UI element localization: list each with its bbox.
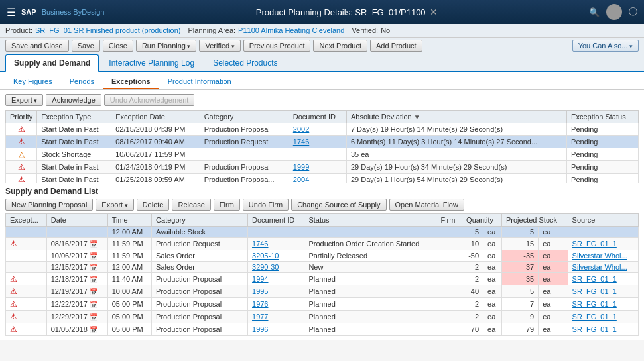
- col-sd-docid: Document ID: [248, 214, 304, 227]
- table-row: Pending: [567, 136, 639, 148]
- table-row: ea: [539, 323, 568, 336]
- hamburger-icon[interactable]: ☰: [7, 6, 16, 19]
- close-button[interactable]: Close: [103, 40, 133, 52]
- planning-area-link[interactable]: P1100 Almika Heating Cleveland: [238, 26, 344, 34]
- source-link[interactable]: SR_FG_01_1: [572, 275, 617, 283]
- new-planning-proposal-button[interactable]: New Planning Proposal: [5, 199, 93, 211]
- doc-link[interactable]: 3205-10: [252, 252, 279, 260]
- search-icon[interactable]: 🔍: [589, 7, 600, 17]
- doc-link[interactable]: 1746: [252, 240, 268, 248]
- table-row: 76: [462, 336, 483, 336]
- close-tab-icon[interactable]: ✕: [430, 7, 438, 17]
- col-absolute-deviation: Absolute Deviation ▼: [346, 111, 566, 123]
- table-row: 08/16/2017 📅: [46, 238, 107, 250]
- table-row: Pending: [567, 161, 639, 174]
- save-and-close-button[interactable]: Save and Close: [5, 40, 69, 52]
- calendar-icon[interactable]: 📅: [90, 264, 97, 271]
- table-row: [289, 148, 346, 161]
- calendar-icon[interactable]: 📅: [90, 240, 97, 248]
- doc-link[interactable]: 1994: [252, 275, 268, 283]
- warning-icon: △: [19, 150, 25, 159]
- source-link[interactable]: SR_FG_01_1: [572, 300, 617, 308]
- release-button[interactable]: Release: [172, 199, 210, 211]
- source-link[interactable]: SR_FG_01_1: [572, 325, 617, 333]
- sub-tab-bar: Key Figures Periods Exceptions Product I…: [0, 72, 644, 90]
- table-row: Partially Released: [304, 250, 436, 262]
- source-link[interactable]: Silverstar Whol...: [572, 263, 627, 271]
- calendar-icon[interactable]: 📅: [90, 313, 97, 321]
- undo-firm-button[interactable]: Undo Firm: [243, 199, 289, 211]
- table-row: [6, 227, 47, 238]
- undo-acknowledgement-button[interactable]: Undo Acknowledgement: [104, 94, 195, 106]
- table-row: 12:00 AM: [107, 227, 151, 238]
- table-row[interactable]: 1999: [289, 161, 346, 174]
- subtab-product-information[interactable]: Product Information: [160, 75, 239, 89]
- table-row: 05:00 PM: [107, 336, 151, 336]
- export-supply-button[interactable]: Export: [96, 199, 133, 211]
- tab-interactive-planning-log[interactable]: Interactive Planning Log: [100, 54, 203, 71]
- page-title: Product Planning Details: SR_FG_01/P1100: [256, 7, 426, 17]
- col-document-id: Document ID: [289, 111, 346, 123]
- doc-link[interactable]: 1976: [252, 300, 268, 308]
- table-row: ea: [483, 273, 502, 285]
- calendar-icon[interactable]: 📅: [90, 288, 97, 295]
- calendar-icon[interactable]: 📅: [90, 276, 97, 283]
- table-row: [436, 311, 462, 323]
- doc-link[interactable]: 1996: [252, 325, 268, 333]
- calendar-icon[interactable]: 📅: [90, 326, 97, 333]
- firm-button[interactable]: Firm: [214, 199, 240, 211]
- subtab-exceptions[interactable]: Exceptions: [103, 75, 159, 89]
- table-row: 5: [502, 285, 539, 298]
- calendar-icon[interactable]: 📅: [90, 252, 97, 260]
- tab-selected-products[interactable]: Selected Products: [204, 54, 286, 71]
- exceptions-table-container: Priority Exception Type Exception Date C…: [5, 110, 639, 183]
- source-link[interactable]: SR_FG_01_1: [572, 313, 617, 321]
- tab-supply-and-demand[interactable]: Supply and Demand: [5, 54, 99, 72]
- add-product-button[interactable]: Add Product: [370, 40, 422, 52]
- error-icon: ⚠: [18, 162, 25, 172]
- table-row: 29 Day(s) 19 Hour(s) 34 Minute(s) 29 Sec…: [346, 161, 566, 174]
- run-planning-button[interactable]: Run Planning: [136, 40, 197, 52]
- breadcrumb: Product: SR_FG_01 SR Finished product (p…: [0, 24, 644, 38]
- table-row: Start Date in Past: [37, 174, 111, 183]
- doc-link[interactable]: 1995: [252, 287, 268, 295]
- table-row[interactable]: 2002: [289, 123, 346, 136]
- table-row: 1746: [248, 238, 304, 250]
- source-link[interactable]: SR_FG_01_1: [572, 240, 617, 248]
- table-row: ea: [483, 311, 502, 323]
- previous-product-button[interactable]: Previous Product: [243, 40, 311, 52]
- table-row: [46, 227, 107, 238]
- next-product-button[interactable]: Next Product: [313, 40, 367, 52]
- action-bar: Save and Close Save Close Run Planning V…: [0, 38, 644, 54]
- table-row[interactable]: 2004: [289, 174, 346, 183]
- table-row: 7: [502, 298, 539, 311]
- table-row: ea: [483, 227, 502, 238]
- table-row[interactable]: 1746: [289, 136, 346, 148]
- table-row: ea: [483, 323, 502, 336]
- product-link[interactable]: SR_FG_01 SR Finished product (production…: [35, 26, 181, 34]
- source-link[interactable]: SR_FG_01_1: [572, 287, 617, 295]
- change-source-button[interactable]: Change Source of Supply: [291, 199, 386, 211]
- table-row: 5: [502, 227, 539, 238]
- filter-icon[interactable]: ▼: [414, 113, 420, 121]
- table-row: 10:00 AM: [107, 285, 151, 298]
- action-bar-buttons: Save and Close Save Close Run Planning V…: [5, 40, 422, 52]
- calendar-icon[interactable]: 📅: [90, 301, 97, 308]
- export-exception-button[interactable]: Export: [5, 94, 43, 106]
- delete-button[interactable]: Delete: [137, 199, 170, 211]
- source-link[interactable]: Silverstar Whol...: [572, 252, 627, 260]
- acknowledge-button[interactable]: Acknowledge: [46, 94, 101, 106]
- doc-link[interactable]: 1977: [252, 313, 268, 321]
- you-can-also-button[interactable]: You Can Also...: [572, 40, 639, 52]
- subtab-key-figures[interactable]: Key Figures: [5, 75, 60, 89]
- table-row: 5: [462, 227, 483, 238]
- verified-button[interactable]: Verified: [199, 40, 240, 52]
- help-icon[interactable]: ⓘ: [629, 6, 637, 18]
- user-avatar[interactable]: [606, 4, 622, 20]
- doc-link[interactable]: 3290-30: [252, 263, 279, 271]
- open-material-flow-button[interactable]: Open Material Flow: [389, 199, 464, 211]
- subtab-periods[interactable]: Periods: [62, 75, 102, 89]
- save-button[interactable]: Save: [72, 40, 100, 52]
- table-row: [200, 148, 289, 161]
- table-row: [6, 250, 47, 262]
